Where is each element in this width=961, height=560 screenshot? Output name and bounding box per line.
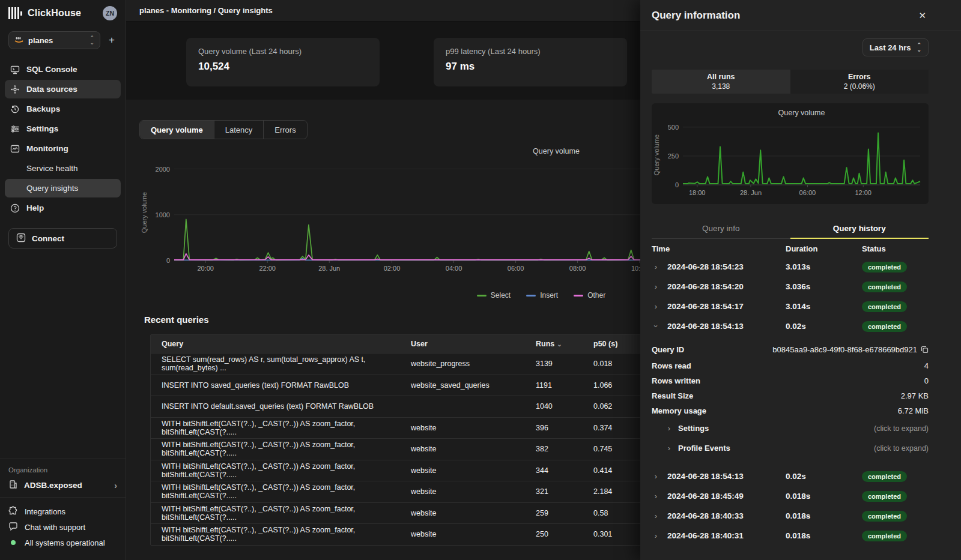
table-row[interactable]: WITH bitShiftLeft(CAST(?..), _CAST(?..))… [151,481,646,502]
detail-value: 2.97 KB [901,391,929,400]
system-status-item[interactable]: All systems operational [8,535,117,550]
history-time: 2024-06-28 18:54:20 [667,282,786,291]
recent-queries-table: Query User Runs⌄ p50 (s) SELECT sum(read… [150,334,646,546]
query-information-panel: Query information ✕ Last 24 hrs ⌃⌄ All r… [640,0,961,560]
history-duration: 3.013s [786,262,862,271]
stat-label: Query volume (Last 24 hours) [198,47,368,56]
integrations-item[interactable]: Integrations [8,504,117,519]
tab-all-runs[interactable]: All runs 3,138 [652,70,790,94]
tab-query-info[interactable]: Query info [652,218,790,238]
select-swatch-icon [477,295,487,297]
tab-errors-count[interactable]: Errors 2 (0.06%) [790,70,929,94]
detail-field-row: Rows written 0 [652,373,929,388]
svg-text:Query volume: Query volume [653,134,660,175]
brand-name: ClickHouse [28,8,97,19]
chevron-updown-icon: ⌃⌄ [917,43,921,52]
expander-row[interactable]: › Settings (click to expand) [652,418,929,438]
sidebar-item-backups[interactable]: Backups [5,100,121,118]
table-row[interactable]: INSERT INTO default.saved_queries (text)… [151,396,646,417]
cell-user: website [411,509,536,517]
history-time: 2024-06-28 18:45:49 [667,492,786,501]
chevron-right-icon: › [652,531,660,540]
sidebar-item-help[interactable]: Help [5,199,121,217]
svg-text:Query volume: Query volume [778,109,825,117]
recent-queries-header: Query User Runs⌄ p50 (s) [151,335,646,353]
chat-support-item[interactable]: Chat with support [8,519,117,535]
history-row[interactable]: › 2024-06-28 18:54:13 0.02s completed [652,466,929,486]
connect-button[interactable]: Connect [8,228,117,248]
table-row[interactable]: WITH bitShiftLeft(CAST(?..), _CAST(?..))… [151,523,646,545]
cell-runs: 382 [536,445,593,453]
sidebar-item-service-health[interactable]: Service health [5,159,121,178]
copy-icon[interactable] [921,346,929,354]
history-row[interactable]: › 2024-06-28 18:40:31 0.018s completed [652,526,929,546]
table-row[interactable]: INSERT INTO saved_queries (text) FORMAT … [151,375,646,396]
query-details: Query ID b0845aa9-a8c9-49f0-8f68-e678669… [652,336,929,459]
chevron-right-icon: › [652,302,660,311]
mini-query-volume-card: 025050018:0028. Jun06:0012:00Query volum… [652,103,929,204]
legend-other[interactable]: Other [574,291,605,300]
table-row[interactable]: WITH bitShiftLeft(CAST(?..), _CAST(?..))… [151,502,646,524]
cell-runs: 1191 [536,381,593,390]
cell-user: website [411,530,536,538]
tab-query-volume[interactable]: Query volume [140,121,214,139]
status-badge-cell: completed [862,490,929,502]
history-row[interactable]: › 2024-06-28 18:54:23 3.013s completed [652,257,929,277]
col-status: Status [862,244,929,253]
sidebar-item-data-sources[interactable]: Data sources [5,80,121,98]
chevron-right-icon: › [652,282,660,291]
tab-errors[interactable]: Errors [264,121,306,139]
organization-item[interactable]: ADSB.exposed › [8,480,117,491]
col-runs[interactable]: Runs⌄ [536,340,593,348]
sidebar-item-settings[interactable]: Settings [5,119,121,138]
workspace-select[interactable]: planes ⌃⌄ [8,31,100,49]
cell-runs: 259 [536,509,593,517]
chevron-right-icon: › [652,472,660,481]
table-row[interactable]: WITH bitShiftLeft(CAST(?..), _CAST(?..))… [151,438,646,460]
svg-text:12:00: 12:00 [855,189,872,196]
detail-label: Rows read [652,361,691,370]
detail-field-row: Result Size 2.97 KB [652,388,929,403]
expander-row[interactable]: › Profile Events (click to expand) [652,438,929,458]
query-id-value: b0845aa9-a8c9-49f0-8f68-e678669bd921 [772,345,917,354]
sidebar-item-query-insights[interactable]: Query insights [5,179,121,197]
time-range-select[interactable]: Last 24 hrs ⌃⌄ [862,38,929,56]
col-p50[interactable]: p50 (s) [593,340,635,348]
legend-select[interactable]: Select [477,291,511,300]
history-row[interactable]: › 2024-06-28 18:54:13 0.02s completed [652,316,929,336]
status-badge: completed [862,321,907,332]
history-row[interactable]: › 2024-06-28 18:54:17 3.014s completed [652,297,929,316]
cell-query: WITH bitShiftLeft(CAST(?..), _CAST(?..))… [162,420,411,436]
tab-latency[interactable]: Latency [214,121,264,139]
tab-query-history[interactable]: Query history [790,218,929,238]
detail-value: 0 [924,376,929,385]
cell-runs: 344 [536,466,593,475]
history-row[interactable]: › 2024-06-28 18:40:33 0.018s completed [652,506,929,526]
history-row[interactable]: › 2024-06-28 18:45:49 0.018s completed [652,486,929,506]
table-row[interactable]: WITH bitShiftLeft(CAST(?..), _CAST(?..))… [151,417,646,439]
cell-user: website [411,424,536,432]
cell-p50: 2.184 [593,487,635,496]
add-workspace-button[interactable]: + [106,34,117,46]
history-row[interactable]: › 2024-06-28 18:54:20 3.036s completed [652,277,929,297]
user-avatar[interactable]: ZN [103,6,117,20]
sidebar-item-label: Backups [26,104,60,113]
stat-card-query-volume: Query volume (Last 24 hours) 10,524 [186,38,380,86]
legend-insert[interactable]: Insert [526,291,558,300]
stat-label: p99 latency (Last 24 hours) [446,47,615,56]
cell-query: WITH bitShiftLeft(CAST(?..), _CAST(?..))… [162,441,411,457]
clickhouse-logo-icon [8,7,22,19]
table-row[interactable]: SELECT sum(read_rows) AS r, sum(total_ro… [151,353,646,375]
status-badge: completed [862,511,907,522]
col-query[interactable]: Query [162,340,411,348]
table-row[interactable]: WITH bitShiftLeft(CAST(?..), _CAST(?..))… [151,460,646,481]
history-header: Time Duration Status [652,239,929,257]
cell-runs: 250 [536,530,593,538]
close-icon[interactable]: ✕ [916,8,929,23]
sidebar-item-sql-console[interactable]: SQL Console [5,60,121,79]
organization-label: Organization [8,466,117,474]
col-user[interactable]: User [411,340,536,348]
sidebar-item-label: Data sources [26,85,77,94]
cell-runs: 321 [536,487,593,496]
sidebar-item-monitoring[interactable]: Monitoring [5,139,121,158]
